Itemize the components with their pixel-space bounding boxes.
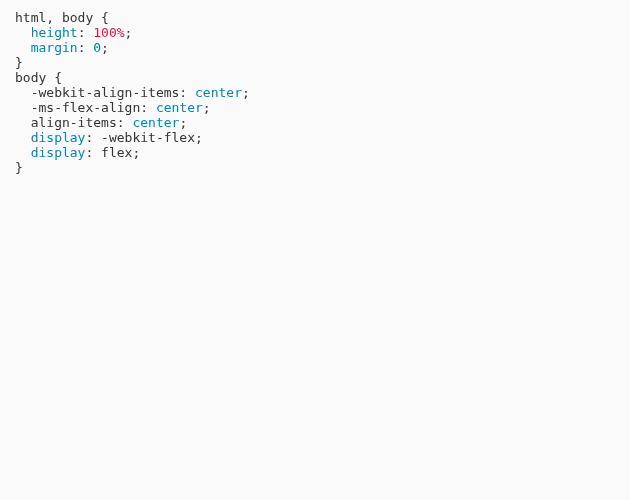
code-token: : flex;	[85, 145, 140, 160]
code-token: height	[31, 25, 78, 40]
code-token: center	[195, 85, 242, 100]
code-line: height: 100%;	[15, 25, 630, 40]
code-line: -ms-flex-align: center;	[15, 100, 630, 115]
code-token: }	[15, 160, 23, 175]
code-token: center	[156, 100, 203, 115]
code-line: align-items: center;	[15, 115, 630, 130]
code-line: display: -webkit-flex;	[15, 130, 630, 145]
code-token: body {	[15, 70, 62, 85]
code-line: html, body {	[15, 10, 630, 25]
code-token: ;	[203, 100, 211, 115]
code-line: display: flex;	[15, 145, 630, 160]
code-block: html, body { height: 100%; margin: 0;}bo…	[15, 10, 630, 175]
code-token: -ms-flex-align:	[31, 100, 156, 115]
code-token: display	[31, 130, 86, 145]
code-token: html, body {	[15, 10, 109, 25]
code-token: margin	[31, 40, 78, 55]
code-token: :	[78, 25, 94, 40]
code-token: :	[78, 40, 94, 55]
code-token: center	[132, 115, 179, 130]
code-line: margin: 0;	[15, 40, 630, 55]
code-line: }	[15, 160, 630, 175]
code-token: : -webkit-flex;	[85, 130, 202, 145]
code-token: ;	[125, 25, 133, 40]
code-token: 0	[93, 40, 101, 55]
code-token: align-items:	[31, 115, 133, 130]
code-token: 100%	[93, 25, 124, 40]
code-token: ;	[179, 115, 187, 130]
code-token: ;	[242, 85, 250, 100]
code-line: -webkit-align-items: center;	[15, 85, 630, 100]
code-line: }	[15, 55, 630, 70]
code-token: }	[15, 55, 23, 70]
code-token: ;	[101, 40, 109, 55]
code-token: display	[31, 145, 86, 160]
code-line: body {	[15, 70, 630, 85]
code-token: -webkit-align-items:	[31, 85, 195, 100]
